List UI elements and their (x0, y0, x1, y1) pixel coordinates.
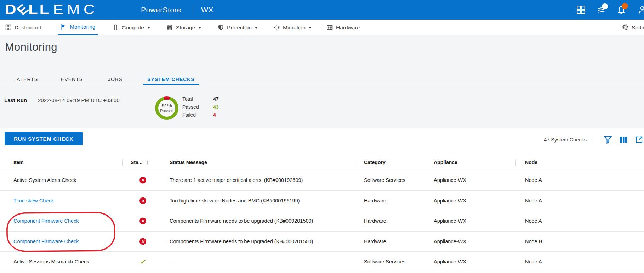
export-icon[interactable] (635, 135, 643, 144)
sort-asc-icon[interactable]: ↑ (146, 160, 148, 165)
item-cell: Active Sessions Mismatch Check (13, 259, 89, 264)
col-status[interactable]: Sta...↑ (131, 160, 148, 165)
status-failed-icon (139, 238, 146, 245)
stat-failed: Failed 4 (182, 112, 216, 120)
nav-item-monitoring[interactable]: Monitoring (58, 20, 98, 35)
status-cell (139, 238, 146, 245)
gear-icon (622, 24, 629, 31)
nav-item-protection[interactable]: Protection (215, 20, 261, 35)
appliance-cell: Appliance-WX (434, 177, 466, 183)
nav-label: Settings (632, 24, 644, 31)
column-separator (515, 159, 516, 166)
category-cell: Hardware (364, 218, 386, 224)
show-hide-columns-icon[interactable] (619, 135, 628, 144)
category-cell: Hardware (364, 239, 386, 244)
nav-item-settings[interactable]: Settings (622, 20, 644, 35)
message-cell: Components Firmware needs to be upgraded… (170, 239, 313, 244)
nav-label: Protection (227, 24, 252, 31)
appliance-cell: Appliance-WX (434, 259, 466, 264)
item-link[interactable]: Component Firmware Check (13, 218, 79, 224)
category-cell: Software Services (364, 259, 405, 264)
item-link[interactable]: Time skew Check (13, 198, 54, 204)
tab-events[interactable]: EVENTS (57, 75, 87, 85)
col-category[interactable]: Category (364, 160, 386, 165)
table-toolbar: 47 System Checks (544, 133, 643, 147)
app-grid-icon[interactable] (576, 5, 586, 15)
page-title: Monitoring (5, 41, 57, 54)
last-run-value: 2022-08-14 09:19 PM UTC +03:00 (38, 97, 120, 103)
compute-icon (113, 24, 119, 30)
logo-text-emc: EMC (53, 2, 98, 17)
message-cell: There are 1 active major or critical ale… (170, 177, 303, 183)
table-header: Item Sta...↑ Status Message Category App… (0, 155, 644, 170)
nav-label: Storage (176, 24, 195, 31)
stat-value: 43 (213, 104, 219, 112)
stat-value: 47 (213, 96, 219, 104)
table-row: Component Firmware Check Components Firm… (0, 211, 644, 232)
checks-count: 47 System Checks (544, 137, 587, 143)
node-cell: Node A (525, 198, 542, 204)
donut-percent: 91% (161, 103, 172, 108)
appliance-cell: Appliance-WX (434, 239, 466, 244)
top-app-bar: DELL EMC PowerStore WX (0, 0, 644, 20)
user-icon[interactable] (638, 5, 644, 15)
nav-item-migration[interactable]: Migration (271, 20, 314, 35)
nav-label: Dashboard (15, 24, 41, 31)
item-cell: Active System Alerts Check (13, 177, 76, 183)
message-cell: Too high time skew on Nodes and BMC (KB#… (170, 198, 300, 204)
passed-donut-chart: 91% Passed (155, 96, 178, 120)
status-failed-icon (139, 197, 146, 204)
toolbar-divider (593, 134, 593, 145)
node-cell: Node A (525, 177, 542, 183)
chevron-down-icon (147, 27, 150, 29)
donut-center: 91% Passed (158, 100, 175, 117)
table-row: Time skew Check Too high time skew on No… (0, 191, 644, 211)
stat-value: 4 (213, 112, 216, 120)
status-cell (139, 197, 146, 204)
nav-label: Migration (283, 24, 306, 31)
status-passed-icon (139, 258, 146, 265)
column-separator (356, 159, 356, 166)
topbar-divider (193, 5, 193, 15)
tab-system-checks[interactable]: SYSTEM CHECKS (143, 75, 199, 85)
col-status-message[interactable]: Status Message (170, 160, 207, 165)
stat-label: Total (182, 96, 213, 104)
appliance-cell: Appliance-WX (434, 198, 466, 204)
stat-total: Total 47 (182, 96, 219, 104)
cluster-name: WX (201, 0, 213, 20)
chevron-down-icon (255, 27, 258, 29)
tab-alerts[interactable]: ALERTS (12, 75, 42, 85)
filter-funnel-icon[interactable] (604, 135, 612, 144)
col-item[interactable]: Item (13, 160, 24, 165)
last-run-label: Last Run (4, 97, 27, 103)
jobs-badge (602, 3, 608, 9)
run-system-check-button[interactable]: RUN SYSTEM CHECK (5, 132, 83, 145)
col-appliance[interactable]: Appliance (434, 160, 457, 165)
table-row: Component Firmware Check Components Firm… (0, 232, 644, 252)
main-nav: Dashboard Monitoring Compute Storage Pro… (0, 20, 644, 35)
chevron-down-icon (198, 27, 201, 29)
status-failed-icon (139, 177, 146, 184)
dashboard-grid-icon (5, 24, 11, 30)
stat-passed: Passed 43 (182, 104, 219, 112)
col-node[interactable]: Node (525, 160, 537, 165)
status-cell (139, 218, 146, 224)
tabs-divider (0, 85, 644, 85)
status-cell (139, 258, 146, 265)
item-link[interactable]: Component Firmware Check (13, 239, 79, 244)
product-name: PowerStore (141, 0, 181, 20)
stat-label: Failed (182, 112, 213, 120)
nav-item-hardware[interactable]: Hardware (324, 20, 363, 35)
nav-label: Compute (122, 24, 144, 31)
protection-shield-icon (218, 24, 224, 30)
dell-emc-logo: DELL EMC (5, 0, 98, 20)
nav-item-storage[interactable]: Storage (164, 20, 204, 35)
monitoring-flag-icon (61, 24, 67, 30)
logo-text: LL (28, 2, 51, 17)
alerts-badge (622, 3, 628, 9)
chevron-down-icon (309, 27, 312, 29)
nav-item-compute[interactable]: Compute (110, 20, 153, 35)
nav-item-dashboard[interactable]: Dashboard (2, 20, 44, 35)
hardware-icon (327, 24, 333, 30)
tab-jobs[interactable]: JOBS (104, 75, 127, 85)
